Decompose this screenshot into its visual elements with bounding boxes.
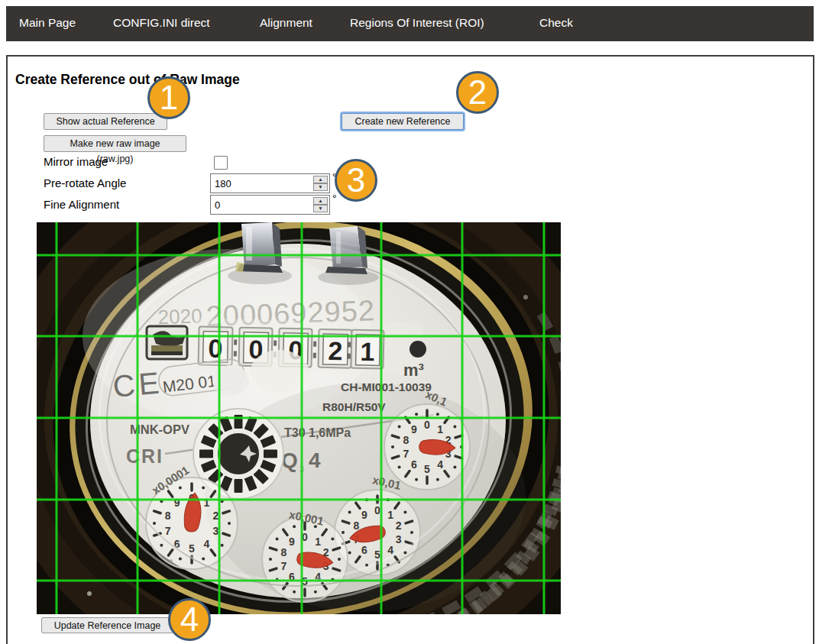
spin-up-icon[interactable]: ▲ xyxy=(313,197,328,205)
svg-text:3: 3 xyxy=(212,525,219,537)
dial-x0-001: 0123456789 xyxy=(262,516,348,602)
svg-text:0: 0 xyxy=(208,334,223,363)
annotation-circle-1: 1 xyxy=(147,76,190,119)
svg-text:2: 2 xyxy=(212,510,219,522)
mirror-checkbox[interactable] xyxy=(214,156,228,170)
annotation-number: 1 xyxy=(160,79,178,117)
reference-image: 2020 2000692952 0 0 0 2 1 xyxy=(37,222,561,614)
svg-text:1: 1 xyxy=(387,509,393,521)
svg-text:7: 7 xyxy=(281,560,287,572)
svg-text:0: 0 xyxy=(374,504,380,516)
prerotate-spinner: ▲▼ xyxy=(313,176,328,190)
prerotate-label: Pre-rotate Angle xyxy=(44,176,126,189)
annotation-circle-2: 2 xyxy=(456,71,499,114)
svg-text:0: 0 xyxy=(424,419,430,431)
svg-text:5: 5 xyxy=(374,549,380,561)
annotation-number: 3 xyxy=(347,161,365,199)
svg-text:5: 5 xyxy=(424,463,430,475)
counter-window: 2 xyxy=(318,329,351,368)
nav-item-check[interactable]: Check xyxy=(539,16,573,30)
svg-text:1: 1 xyxy=(315,536,321,548)
content-panel: Create Reference out of Raw Image Show a… xyxy=(6,55,814,644)
degree-symbol: ° xyxy=(332,193,337,205)
svg-text:8: 8 xyxy=(403,434,410,446)
nav-item-roi[interactable]: Regions Of Interest (ROI) xyxy=(350,16,484,30)
svg-text:5: 5 xyxy=(189,542,195,555)
water-meter-photo: 2020 2000692952 0 0 0 2 1 xyxy=(37,222,561,614)
prerotate-input[interactable]: 180 ▲▼ xyxy=(210,173,330,193)
mirror-image-label: Mirror image xyxy=(44,155,108,168)
annotation-circle-3: 3 xyxy=(335,159,377,202)
svg-text:6: 6 xyxy=(361,544,367,556)
black-dot xyxy=(410,341,426,358)
spec-text: R80H/R50V xyxy=(322,400,386,413)
svg-text:7: 7 xyxy=(403,448,410,460)
nav-item-config-ini[interactable]: CONFIG.INI direct xyxy=(113,16,210,30)
make-raw-image-button[interactable]: Make new raw image (raw.jpg) xyxy=(44,135,186,152)
spin-down-icon[interactable]: ▼ xyxy=(313,205,328,212)
annotation-number: 2 xyxy=(468,73,487,112)
create-reference-button[interactable]: Create new Reference xyxy=(342,113,464,130)
top-navbar: Main Page CONFIG.INI direct Alignment Re… xyxy=(6,6,814,41)
svg-text:6: 6 xyxy=(411,458,417,471)
svg-text:9: 9 xyxy=(361,509,367,521)
svg-text:2: 2 xyxy=(396,519,402,532)
svg-text:4: 4 xyxy=(387,544,393,556)
fine-alignment-label: Fine Alignment xyxy=(44,198,119,211)
annotation-circle-4: 4 xyxy=(168,598,211,641)
svg-text:8: 8 xyxy=(354,519,360,532)
nav-item-alignment[interactable]: Alignment xyxy=(260,16,312,30)
spin-down-icon[interactable]: ▼ xyxy=(313,183,328,191)
nav-item-main-page[interactable]: Main Page xyxy=(19,16,76,30)
svg-text:4: 4 xyxy=(437,458,443,471)
svg-text:1: 1 xyxy=(360,337,375,366)
svg-text:2: 2 xyxy=(328,336,343,365)
spin-up-icon[interactable]: ▲ xyxy=(313,176,328,183)
fine-alignment-value: 0 xyxy=(215,199,220,211)
svg-text:7: 7 xyxy=(165,525,171,537)
unit-label: m³ xyxy=(403,361,424,380)
annotation-number: 4 xyxy=(180,600,199,639)
brand-text: MNK-OPV xyxy=(130,422,189,436)
fine-alignment-spinner: ▲▼ xyxy=(313,197,328,212)
svg-text:8: 8 xyxy=(281,546,287,558)
svg-text:4: 4 xyxy=(203,538,209,550)
rating-text: T30 1,6MPa xyxy=(284,426,351,439)
q-value: 4 xyxy=(309,448,321,472)
show-reference-button[interactable]: Show actual Reference xyxy=(44,113,167,130)
svg-text:1: 1 xyxy=(437,423,443,435)
update-reference-button[interactable]: Update Reference Image xyxy=(41,617,173,633)
maker-logo xyxy=(147,326,187,359)
page-title: Create Reference out of Raw Image xyxy=(15,72,240,88)
svg-text:8: 8 xyxy=(165,510,171,522)
model-number: CH-MI001-10039 xyxy=(341,380,432,393)
fine-alignment-input[interactable]: 0 ▲▼ xyxy=(210,195,330,215)
prerotate-value: 180 xyxy=(215,178,231,189)
brand2-text: CRI xyxy=(126,445,163,467)
svg-text:9: 9 xyxy=(289,536,295,548)
svg-text:3: 3 xyxy=(396,533,402,545)
svg-text:9: 9 xyxy=(411,423,417,435)
